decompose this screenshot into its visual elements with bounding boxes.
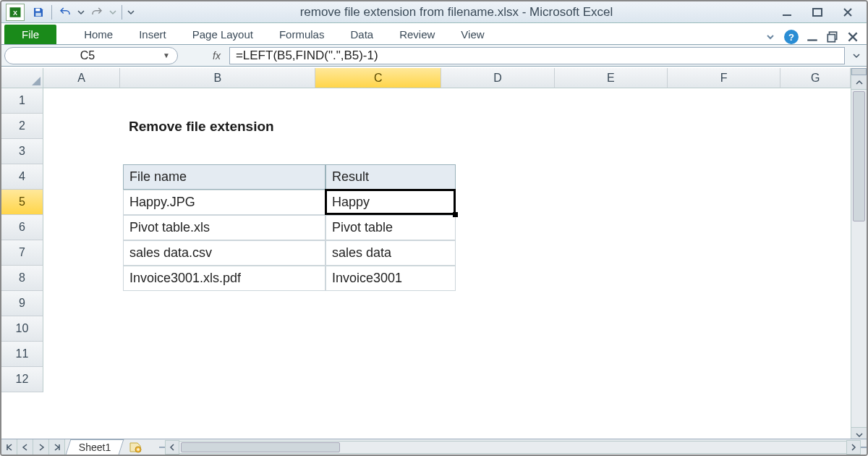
row-header-6[interactable]: 6 — [1, 215, 43, 240]
cell-c6[interactable]: Pivot table — [326, 215, 456, 240]
table-header-filename[interactable]: File name — [123, 164, 326, 190]
close-icon[interactable] — [838, 5, 858, 20]
horizontal-scroll-thumb[interactable] — [181, 442, 340, 452]
formula-text: =LEFT(B5,FIND(".",B5)-1) — [236, 48, 378, 63]
horizontal-split-handle[interactable] — [861, 447, 867, 448]
column-header-a[interactable]: A — [43, 68, 120, 88]
maximize-icon[interactable] — [807, 5, 827, 20]
cell-c7[interactable]: sales data — [326, 240, 456, 266]
fx-icon[interactable]: fx — [213, 50, 221, 62]
ribbon-tab-home[interactable]: Home — [71, 25, 126, 44]
cells-area[interactable]: Remove file extension File name Result H… — [43, 88, 851, 442]
ribbon-tab-view[interactable]: View — [448, 25, 497, 44]
workbook-minimize-icon[interactable] — [806, 30, 819, 43]
cell-b5[interactable]: Happy.JPG — [123, 190, 326, 215]
minimize-icon[interactable] — [777, 5, 797, 20]
formula-bar: C5 ▼ fx =LEFT(B5,FIND(".",B5)-1) — [1, 45, 867, 67]
titlebar: X remove file extension from filename.xl… — [1, 1, 867, 23]
cell-b8[interactable]: Invoice3001.xls.pdf — [123, 266, 326, 291]
sheet-tab-active[interactable]: Sheet1 — [66, 439, 124, 455]
select-all-corner[interactable] — [1, 68, 43, 88]
scroll-right-icon[interactable] — [846, 440, 861, 455]
ribbon-tab-pagelayout[interactable]: Page Layout — [179, 25, 266, 44]
window-title: remove file extension from filename.xlsx… — [136, 5, 777, 20]
undo-dropdown-icon[interactable] — [76, 4, 86, 21]
row-header-12[interactable]: 12 — [1, 367, 43, 392]
scroll-up-icon[interactable] — [851, 75, 867, 90]
workbook-close-icon[interactable] — [846, 30, 859, 43]
ribbon-tab-data[interactable]: Data — [337, 25, 386, 44]
qat-customize-icon[interactable] — [126, 4, 136, 21]
column-header-b[interactable]: B — [120, 68, 315, 88]
row-headers: 123456789101112 — [1, 88, 43, 392]
fill-handle[interactable] — [453, 212, 458, 217]
table-header-result[interactable]: Result — [326, 164, 456, 190]
formula-expand-icon[interactable] — [849, 51, 864, 60]
row-header-2[interactable]: 2 — [1, 114, 43, 139]
undo-icon[interactable] — [56, 4, 75, 21]
row-header-11[interactable]: 11 — [1, 342, 43, 367]
svg-rect-6 — [807, 39, 817, 41]
save-icon[interactable] — [29, 4, 48, 21]
excel-app-icon[interactable]: X — [6, 4, 25, 21]
ribbon-tabs: File Home Insert Page Layout Formulas Da… — [1, 23, 867, 45]
row-header-9[interactable]: 9 — [1, 291, 43, 316]
window-controls — [777, 5, 862, 20]
row-header-4[interactable]: 4 — [1, 164, 43, 190]
svg-rect-8 — [827, 35, 835, 42]
file-tab[interactable]: File — [4, 25, 56, 44]
row-header-1[interactable]: 1 — [1, 88, 43, 114]
column-header-f[interactable]: F — [668, 68, 780, 88]
formula-input[interactable]: =LEFT(B5,FIND(".",B5)-1) — [229, 47, 845, 64]
vertical-split-handle[interactable] — [851, 68, 867, 75]
ribbon-tab-formulas[interactable]: Formulas — [266, 25, 338, 44]
svg-rect-3 — [35, 12, 41, 16]
column-header-g[interactable]: G — [780, 68, 851, 88]
name-box-value: C5 — [12, 49, 163, 62]
column-headers: ABCDEFG — [43, 68, 851, 88]
sheet-tab-bar: Sheet1 — [1, 439, 867, 455]
sheet-nav-last-icon[interactable] — [49, 439, 65, 455]
row-header-10[interactable]: 10 — [1, 316, 43, 342]
scroll-left-icon[interactable] — [165, 440, 179, 455]
ribbon-tab-review[interactable]: Review — [386, 25, 448, 44]
workbook-restore-icon[interactable] — [826, 30, 839, 43]
column-header-d[interactable]: D — [441, 68, 554, 88]
row-header-7[interactable]: 7 — [1, 240, 43, 266]
row-header-5[interactable]: 5 — [1, 190, 43, 215]
svg-rect-5 — [813, 9, 822, 16]
ribbon-minimize-icon[interactable] — [764, 30, 777, 43]
redo-icon[interactable] — [88, 4, 106, 21]
sheet-nav-prev-icon[interactable] — [17, 439, 33, 455]
name-box-dropdown-icon[interactable]: ▼ — [163, 51, 170, 59]
svg-rect-4 — [783, 14, 791, 16]
new-sheet-icon[interactable] — [126, 439, 145, 455]
row-header-8[interactable]: 8 — [1, 266, 43, 291]
sheet-nav-next-icon[interactable] — [33, 439, 49, 455]
svg-rect-2 — [35, 8, 40, 11]
horizontal-scrollbar[interactable] — [159, 439, 867, 455]
help-icon[interactable]: ? — [784, 30, 799, 44]
row-header-3[interactable]: 3 — [1, 139, 43, 164]
sheet-tab-label: Sheet1 — [79, 442, 111, 453]
sheet-nav-first-icon[interactable] — [1, 439, 17, 455]
quick-access-toolbar — [29, 4, 136, 21]
vertical-scrollbar[interactable] — [851, 68, 867, 442]
redo-dropdown-icon[interactable] — [108, 4, 118, 21]
cell-c8[interactable]: Invoice3001 — [326, 266, 456, 291]
spreadsheet-grid: 123456789101112 ABCDEFG Remove file exte… — [1, 68, 867, 442]
vertical-scroll-thumb[interactable] — [853, 91, 865, 221]
tab-split-handle[interactable] — [159, 447, 165, 448]
column-header-e[interactable]: E — [555, 68, 668, 88]
svg-text:X: X — [13, 9, 17, 16]
name-box[interactable]: C5 ▼ — [4, 47, 178, 64]
cell-heading[interactable]: Remove file extension — [123, 114, 441, 139]
cell-b6[interactable]: Pivot table.xls — [123, 215, 326, 240]
cell-c5[interactable]: Happy — [326, 190, 456, 215]
ribbon-tab-insert[interactable]: Insert — [126, 25, 179, 44]
column-header-c[interactable]: C — [315, 68, 441, 88]
cell-b7[interactable]: sales data.csv — [123, 240, 326, 266]
